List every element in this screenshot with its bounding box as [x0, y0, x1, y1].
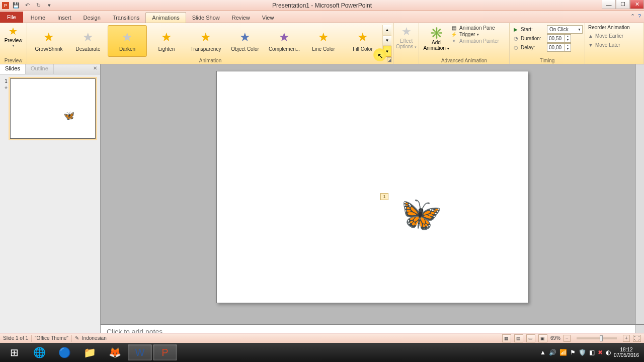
taskbar-explorer[interactable]: 📁 [77, 344, 102, 360]
duration-spinner[interactable]: 00,50▴▾ [547, 34, 571, 43]
animation-desaturate[interactable]: ★Desaturate [68, 25, 108, 57]
maximize-button[interactable]: ☐ [616, 0, 630, 9]
animation-fill-color[interactable]: ★Fill Color [343, 25, 382, 57]
start-combo[interactable]: On Click▼ [547, 25, 583, 34]
minimize-button[interactable]: — [602, 0, 616, 9]
star-icon: ★ [279, 30, 290, 44]
tray-misc-icon[interactable]: ◧ [589, 349, 595, 356]
star-icon: ★ [122, 30, 133, 44]
animation-lighten[interactable]: ★Lighten [147, 25, 186, 57]
group-label-advanced: Advanced Animation [419, 58, 509, 63]
tab-review[interactable]: Review [226, 13, 256, 23]
tray-action-icon[interactable]: ⚑ [570, 349, 576, 356]
tray-app-icon[interactable]: ◐ [606, 349, 611, 356]
tab-view[interactable]: View [256, 13, 280, 23]
panel-close-button[interactable]: ✕ [92, 65, 99, 72]
tab-file[interactable]: File [0, 12, 23, 23]
animation-pane-button[interactable]: ▤Animation Pane [450, 25, 506, 31]
status-slide: Slide 1 of 1 [3, 335, 28, 341]
tray-network-icon[interactable]: 📶 [559, 349, 567, 356]
animation-launcher[interactable]: ◢ [387, 57, 392, 62]
status-language[interactable]: Indonesian [82, 335, 107, 341]
close-button[interactable]: ✕ [630, 0, 644, 9]
system-tray: ▲ 🔊 📶 ⚑ 🛡️ ◧ ✖ ◐ 18:12 07/05/2016 [540, 347, 642, 358]
minimize-ribbon-icon[interactable]: ⌃ [630, 13, 635, 20]
taskbar-word[interactable]: W [128, 344, 152, 360]
animation-darken[interactable]: ★Darken [108, 25, 147, 57]
taskbar-powerpoint[interactable]: P [153, 344, 177, 360]
panel-tab-slides[interactable]: Slides [0, 64, 26, 74]
zoom-slider[interactable] [577, 337, 617, 339]
panel-tab-outline[interactable]: Outline [26, 64, 54, 74]
animation-line-color[interactable]: ★Line Color [304, 25, 343, 57]
help-icon[interactable]: ? [638, 13, 641, 20]
gallery-item-label: Object Color [231, 46, 259, 52]
tray-clock[interactable]: 18:12 07/05/2016 [614, 347, 639, 358]
undo-icon[interactable]: ↶ [23, 2, 31, 10]
tab-design[interactable]: Design [77, 13, 107, 23]
zoom-level: 69% [550, 335, 560, 341]
zoom-in-button[interactable]: + [623, 335, 630, 342]
window-title: Presentation1 - Microsoft PowerPoint [272, 2, 372, 9]
animation-order-tag[interactable]: 1 [380, 193, 388, 200]
star-icon: ★ [43, 30, 54, 44]
zoom-out-button[interactable]: − [564, 335, 571, 342]
group-effect-options: ★ Effect Options ▾ [394, 23, 419, 64]
slide-canvas[interactable]: 1 🦋 [216, 71, 528, 303]
group-reorder: Reorder Animation ▲Move Earlier ▼Move La… [585, 23, 644, 64]
save-icon[interactable]: 💾 [12, 2, 20, 10]
gallery-up-button[interactable]: ▲ [383, 25, 391, 36]
group-label-animation: Animation [27, 58, 393, 63]
gallery-item-label: Darken [119, 46, 135, 52]
tray-volume-icon[interactable]: 🔊 [549, 349, 556, 356]
add-animation-button[interactable]: ✳️ Add Animation ▾ [422, 24, 450, 53]
slides-panel: Slides Outline ✕ 1 ★ 🦋 [0, 64, 101, 333]
group-animation: ★Grow/Shrink★Desaturate★Darken★Lighten★T… [27, 23, 394, 64]
tab-transitions[interactable]: Transitions [107, 13, 145, 23]
animation-object-color[interactable]: ★Object Color [225, 25, 265, 57]
normal-view-button[interactable]: ▦ [502, 334, 511, 342]
butterfly-image[interactable]: 🦋 [392, 188, 445, 239]
tab-home[interactable]: Home [25, 13, 51, 23]
taskbar-chrome[interactable]: 🔵 [52, 344, 76, 360]
tab-insert[interactable]: Insert [51, 13, 77, 23]
delay-spinner[interactable]: 00,00▴▾ [547, 43, 571, 52]
star-icon: ★ [357, 30, 368, 44]
spellcheck-icon[interactable]: ✎ [75, 335, 79, 341]
vertical-scrollbar[interactable] [635, 64, 644, 333]
taskbar-ie[interactable]: 🌐 [27, 344, 51, 360]
delay-icon: ◷ [513, 45, 519, 50]
sorter-view-button[interactable]: ▤ [514, 334, 523, 342]
thumb-anim-icon: ★ [4, 85, 8, 90]
gallery-item-label: Fill Color [353, 46, 372, 52]
animation-painter-button[interactable]: ✦Animation Painter [450, 38, 506, 44]
duration-label: Duration: [521, 36, 545, 41]
slide-thumbnail[interactable]: 🦋 [10, 78, 96, 139]
animation-transparency[interactable]: ★Transparency [186, 25, 225, 57]
animation-complemen-[interactable]: ★Complemen... [265, 25, 304, 57]
group-preview: ★ Preview ▼ Preview [0, 23, 27, 64]
slide-canvas-area: 1 🦋 [101, 64, 644, 333]
gallery-more-button[interactable]: ▼ [383, 46, 391, 57]
taskbar-firefox[interactable]: 🦊 [103, 344, 127, 360]
app-icon: P [2, 2, 9, 9]
gallery-down-button[interactable]: ▼ [383, 36, 391, 46]
slideshow-view-button[interactable]: ▣ [538, 334, 547, 342]
animation-grow-shrink[interactable]: ★Grow/Shrink [29, 25, 68, 57]
start-button[interactable]: ⊞ [2, 344, 26, 360]
tray-close-icon[interactable]: ✖ [598, 349, 603, 356]
gallery-item-label: Transparency [191, 46, 221, 52]
redo-icon[interactable]: ↻ [34, 2, 42, 10]
tray-up-icon[interactable]: ▲ [540, 349, 546, 356]
trigger-button[interactable]: ⚡Trigger ▾ [450, 32, 506, 37]
move-later-button: ▼Move Later [588, 40, 641, 49]
tray-battery-icon[interactable]: 🛡️ [579, 349, 586, 356]
star-icon: ★ [83, 30, 94, 44]
fit-window-button[interactable]: ⛶ [633, 335, 641, 342]
star-icon: ★ [318, 30, 329, 44]
qat-more-icon[interactable]: ▾ [45, 2, 53, 10]
reading-view-button[interactable]: ▭ [526, 334, 535, 342]
tab-slideshow[interactable]: Slide Show [186, 13, 226, 23]
preview-button[interactable]: ★ Preview ▼ [5, 23, 23, 47]
tab-animations[interactable]: Animations [145, 12, 186, 23]
